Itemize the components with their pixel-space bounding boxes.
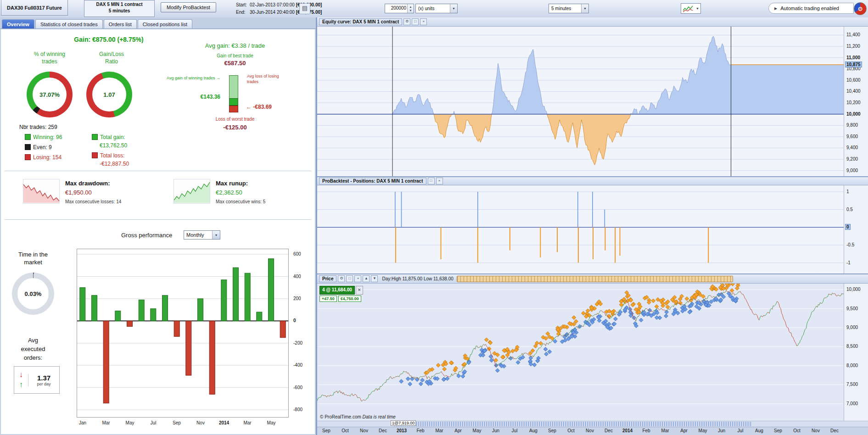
avg-gain-bar-glyph xyxy=(223,75,244,117)
avg-win-value: €143.36 xyxy=(152,94,220,100)
backtest-contract-box: DAX 5 MIN 1 contract 5 minutes xyxy=(84,0,155,17)
backtest-report-panel: Overview Statistics of closed trades Ord… xyxy=(0,17,316,435)
period-dropdown[interactable]: Monthly ▼ xyxy=(184,230,220,240)
window-icon[interactable]: □ xyxy=(346,275,353,282)
order-arrows-icon: ↓ ↑ xyxy=(14,370,28,390)
price-pane-header: Price ⚙ □ × ▲ ▼ Day:High 11,875.00 Low 1… xyxy=(317,274,868,284)
arrow-up-icon[interactable]: ▲ xyxy=(363,275,370,282)
quantity-value[interactable]: 200000 xyxy=(385,4,407,13)
losing-swatch xyxy=(25,154,31,160)
timeframe-dropdown-value: 5 minutes xyxy=(551,6,571,11)
play-icon: ▶ xyxy=(774,6,777,11)
instrument-tab[interactable]: DAX30 Full0317 Future xyxy=(1,0,68,16)
price-pane-title: Price xyxy=(319,275,336,282)
tab-overview[interactable]: Overview xyxy=(2,19,34,28)
price-x-axis: SepOctNovDec2013FebMarAprMayJunJulAugSep… xyxy=(317,427,868,435)
total-loss-value: -€12,887.50 xyxy=(100,161,129,167)
trades-timeline-strip[interactable] xyxy=(457,276,733,282)
avg-win-label: Avg gain of winning trades → xyxy=(152,75,220,81)
price-pane: Price ⚙ □ × ▲ ▼ Day:High 11,875.00 Low 1… xyxy=(317,273,868,435)
equity-curve-chart[interactable] xyxy=(317,27,844,176)
close-icon[interactable]: × xyxy=(354,275,361,282)
avg-orders-unit: per day xyxy=(28,382,59,386)
max-drawdown-value: €1,950.00 xyxy=(65,189,92,196)
stepper-arrows-icon[interactable]: ▲▼ xyxy=(407,4,414,13)
avg-loss-value: ← -€83.69 xyxy=(246,104,292,110)
avg-orders-label: Avgexecutedorders: xyxy=(6,336,61,362)
arrow-down-icon[interactable]: ▼ xyxy=(371,275,378,282)
worst-trade-label: Loss of worst trade xyxy=(194,117,276,122)
quantity-stepper[interactable]: 200000 ▲▼ xyxy=(385,4,414,13)
legend-losing: Losing: 154 xyxy=(25,154,62,161)
settings-icon[interactable]: ⚙ xyxy=(403,18,410,25)
max-runup-label: Max runup: xyxy=(216,180,248,187)
positions-y-axis: 10.5-0.5-10 xyxy=(844,185,868,273)
tab-orders-list[interactable]: Orders list xyxy=(104,19,137,28)
loss-swatch xyxy=(92,152,98,158)
avg-win-bar xyxy=(229,98,238,106)
avg-orders-value: 1.37 xyxy=(28,374,59,382)
chevron-down-icon[interactable]: ▼ xyxy=(450,4,457,13)
price-chart[interactable] xyxy=(317,284,844,421)
positions-chart[interactable] xyxy=(317,185,844,273)
total-loss-label: Total loss: xyxy=(92,152,124,159)
gross-performance-x-axis: JanMarMayJulSepNov2014MarMay xyxy=(77,420,289,428)
winning-trades-donut: 37.07% xyxy=(27,72,73,117)
close-icon[interactable]: × xyxy=(420,18,427,25)
automatic-trading-toggle[interactable]: ▶ Automatic trading enabled xyxy=(768,3,854,14)
chevron-down-icon[interactable]: ▼ xyxy=(581,4,588,13)
trade-markers-scrollbar[interactable]: 1@7,919.00 xyxy=(317,421,868,427)
position-size-price: 4 @ 11,684.00 xyxy=(319,286,355,295)
period-dropdown-value: Monthly xyxy=(186,232,204,238)
total-gain-label: Total gain: xyxy=(92,134,125,140)
positions-pane-title: ProBacktest - Positions: DAX 5 MIN 1 con… xyxy=(319,178,426,184)
proorder-gear-icon[interactable]: ⚙ xyxy=(854,2,867,15)
avg-orders-widget: ↓ ↑ 1.37 per day xyxy=(14,366,60,394)
chart-style-selector[interactable]: ▼ xyxy=(681,3,701,14)
report-icon[interactable]: ▤ xyxy=(299,3,310,14)
max-drawdown-label: Max drawdown: xyxy=(65,180,110,187)
total-gain-value: €13,762.50 xyxy=(100,142,127,149)
ratio-donut-title: Gain/LossRatio xyxy=(82,50,141,65)
pnl-euro: €4,750.00 xyxy=(338,296,361,302)
equity-pane-header: Equity curve: DAX 5 MIN 1 contract ⚙ □ × xyxy=(317,17,868,27)
gain-swatch xyxy=(92,134,98,140)
first-order-marker: 1@7,919.00 xyxy=(391,420,416,426)
drawdown-sparkline xyxy=(23,179,60,204)
gross-performance-y-axis: 6004002000-200-400-600-800 xyxy=(291,249,310,418)
mini-chart-icon xyxy=(683,5,694,12)
divider xyxy=(5,219,311,220)
winning-swatch xyxy=(25,134,31,140)
nbr-trades: Nbr trades: 259 xyxy=(19,124,57,130)
positions-pane: ProBacktest - Positions: DAX 5 MIN 1 con… xyxy=(317,176,868,273)
charts-panel: Equity curve: DAX 5 MIN 1 contract ⚙ □ ×… xyxy=(317,17,868,435)
units-dropdown[interactable]: (x) units ▼ xyxy=(415,4,458,13)
avg-gain-title: Avg gain: €3.38 / trade xyxy=(180,42,290,49)
chevron-down-icon[interactable]: ▼ xyxy=(212,231,220,239)
modify-probacktest-button[interactable]: Modify ProBacktest xyxy=(161,2,216,12)
max-consecutive-wins: Max consecutive wins: 5 xyxy=(216,199,265,204)
chevron-down-icon: ▼ xyxy=(696,7,699,10)
settings-icon[interactable]: ⚙ xyxy=(338,275,345,282)
open-position-badge: 4 @ 11,684.00 ✕ xyxy=(319,286,363,295)
tab-closed-positions[interactable]: Closed positions list xyxy=(138,19,192,28)
best-trade-value: €587.50 xyxy=(185,60,286,67)
winning-percentage: 37.07% xyxy=(39,91,60,98)
report-tabs: Overview Statistics of closed trades Ord… xyxy=(0,17,316,29)
equity-curve-pane: Equity curve: DAX 5 MIN 1 contract ⚙ □ ×… xyxy=(317,17,868,176)
buy-arrow-icon: ↑ xyxy=(14,380,28,390)
time-in-market-label: Time in themarket xyxy=(6,251,61,266)
top-bar: DAX30 Full0317 Future DAX 5 MIN 1 contra… xyxy=(0,0,868,18)
max-consecutive-losses: Max consecutive losses: 14 xyxy=(65,199,121,204)
window-icon[interactable]: □ xyxy=(428,178,435,184)
contract-timeframe: 5 minutes xyxy=(84,8,154,14)
copyright-note: © ProRealTime.com Data is real time xyxy=(320,414,396,419)
gross-performance-chart[interactable] xyxy=(77,249,289,418)
close-position-icon[interactable]: ✕ xyxy=(356,286,363,295)
close-icon[interactable]: × xyxy=(436,178,443,184)
tab-statistics[interactable]: Statistics of closed trades xyxy=(35,19,103,28)
contract-name: DAX 5 MIN 1 contract xyxy=(84,1,154,8)
timeframe-dropdown[interactable]: 5 minutes ▼ xyxy=(549,4,589,13)
window-icon[interactable]: □ xyxy=(412,18,419,25)
sell-arrow-icon: ↓ xyxy=(14,370,28,380)
